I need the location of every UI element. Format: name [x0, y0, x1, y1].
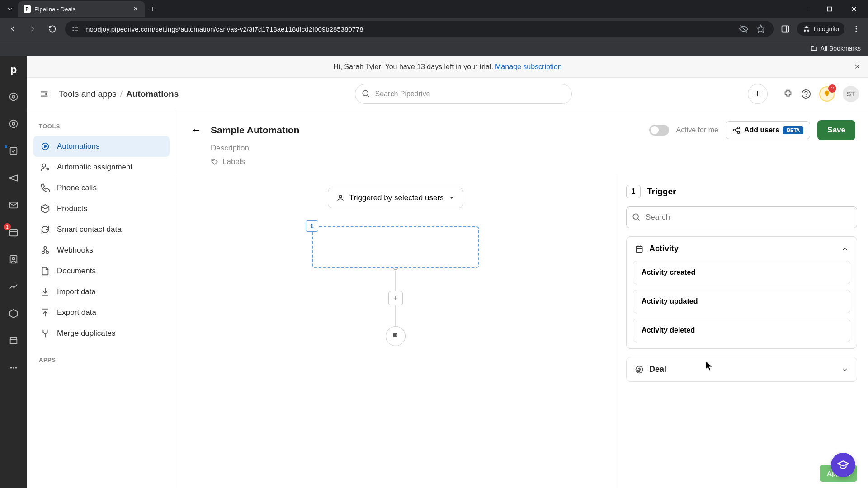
connector-line: [395, 305, 396, 326]
svg-rect-52: [636, 246, 642, 252]
beta-badge: BETA: [783, 126, 803, 134]
sidebar-item-products[interactable]: Products: [33, 198, 170, 219]
svg-point-4: [73, 27, 74, 28]
help-fab[interactable]: [831, 453, 855, 477]
automation-canvas: Triggered by selected users 1 +: [176, 174, 615, 488]
step-number-badge: 1: [306, 220, 318, 232]
assistant-badge: ?: [828, 84, 836, 93]
panel-step-number: 1: [626, 185, 641, 198]
search-input[interactable]: [355, 84, 572, 104]
help-icon[interactable]: [801, 89, 811, 99]
forward-button[interactable]: [25, 22, 40, 36]
add-step-button[interactable]: +: [388, 291, 403, 305]
svg-point-47: [213, 160, 214, 161]
all-bookmarks-link[interactable]: All Bookmarks: [821, 45, 861, 52]
sidebar-toggle-icon[interactable]: [36, 86, 52, 102]
group-header-activity[interactable]: Activity: [627, 237, 857, 261]
bookmarks-bar: | All Bookmarks: [0, 40, 868, 56]
trigger-activity-created[interactable]: Activity created: [633, 261, 850, 284]
minimize-button[interactable]: [795, 2, 816, 16]
sidebar-item-automatic-assignment[interactable]: Automatic assignment: [33, 157, 170, 178]
back-arrow-icon[interactable]: ←: [189, 123, 203, 137]
labels-field[interactable]: Labels: [211, 157, 855, 166]
sidebar-item-merge[interactable]: Merge duplicates: [33, 323, 170, 344]
eye-off-icon[interactable]: [737, 23, 750, 35]
rail-campaigns-icon[interactable]: [5, 170, 22, 186]
chevron-up-icon: [841, 245, 849, 253]
rail-leads-icon[interactable]: [5, 89, 22, 105]
settings-sidebar: TOOLS Automations Automatic assignment P…: [27, 110, 176, 488]
browser-tab[interactable]: P Pipeline - Deals ×: [18, 1, 145, 17]
triggered-by-dropdown[interactable]: Triggered by selected users: [328, 188, 463, 208]
sidebar-item-automations[interactable]: Automations: [33, 136, 170, 157]
extensions-icon[interactable]: [783, 89, 793, 99]
url-bar[interactable]: moodjoy.pipedrive.com/settings/automatio…: [65, 21, 774, 37]
trigger-activity-deleted[interactable]: Activity deleted: [633, 319, 850, 342]
avatar[interactable]: ST: [843, 86, 859, 102]
tab-close-icon[interactable]: ×: [132, 5, 139, 13]
connector-line: [395, 270, 396, 291]
group-header-deal[interactable]: Deal: [627, 357, 857, 381]
svg-point-43: [733, 129, 736, 131]
svg-line-46: [735, 131, 737, 132]
sidebar-item-phone-calls[interactable]: Phone calls: [33, 178, 170, 198]
tabs-dropdown[interactable]: [4, 3, 16, 15]
rail-deals-icon[interactable]: [5, 116, 22, 132]
rail-insights-icon[interactable]: [5, 278, 22, 295]
trial-text: Hi, Sarah Tyler! You have 13 days left i…: [333, 63, 493, 71]
browser-menu-icon[interactable]: [850, 23, 863, 35]
currency-icon: [635, 365, 644, 374]
sidebar-item-import[interactable]: Import data: [33, 282, 170, 302]
sidebar-item-documents[interactable]: Documents: [33, 261, 170, 282]
side-panel-icon[interactable]: [779, 23, 792, 35]
active-toggle[interactable]: [649, 125, 669, 136]
box-icon: [40, 204, 51, 214]
svg-point-25: [10, 367, 12, 369]
site-settings-icon[interactable]: [71, 25, 80, 33]
tag-icon: [211, 158, 219, 166]
quick-add-button[interactable]: +: [748, 84, 768, 104]
editor-header: ← Sample Automation Active for me Add us…: [176, 110, 868, 174]
svg-marker-9: [757, 25, 765, 33]
webhook-icon: [40, 245, 51, 255]
rail-contacts-icon[interactable]: [5, 251, 22, 267]
maximize-button[interactable]: [819, 2, 840, 16]
svg-rect-21: [10, 230, 18, 236]
automation-title[interactable]: Sample Automation: [211, 125, 299, 136]
svg-point-48: [339, 195, 342, 198]
automation-editor: ← Sample Automation Active for me Add us…: [176, 110, 868, 488]
sales-assistant-icon[interactable]: ?: [819, 86, 835, 102]
svg-point-12: [856, 26, 857, 27]
rail-more-icon[interactable]: [5, 360, 22, 376]
global-search: [355, 84, 572, 104]
rail-activities-icon[interactable]: 1: [5, 224, 22, 240]
svg-point-37: [42, 164, 46, 167]
svg-rect-1: [828, 7, 832, 11]
breadcrumb-parent[interactable]: Tools and apps: [59, 89, 117, 99]
sidebar-item-smart-contact[interactable]: Smart contact data: [33, 219, 170, 240]
trigger-search-input[interactable]: [626, 206, 857, 228]
bookmark-star-icon[interactable]: [755, 23, 767, 35]
rail-marketplace-icon[interactable]: [5, 333, 22, 349]
sidebar-item-label: Automatic assignment: [57, 163, 132, 172]
incognito-badge[interactable]: Incognito: [797, 22, 844, 36]
save-button[interactable]: Save: [817, 120, 855, 140]
sidebar-item-export[interactable]: Export data: [33, 302, 170, 323]
canvas-step-1[interactable]: 1: [312, 226, 479, 268]
svg-line-32: [367, 95, 369, 97]
rail-projects-icon[interactable]: [5, 143, 22, 159]
rail-mail-icon[interactable]: [5, 197, 22, 213]
trigger-activity-updated[interactable]: Activity updated: [633, 290, 850, 313]
pipedrive-logo-icon[interactable]: p: [5, 61, 22, 78]
new-tab-button[interactable]: +: [146, 3, 159, 15]
rail-products-icon[interactable]: [5, 305, 22, 322]
description-field[interactable]: Description: [211, 144, 855, 153]
back-button[interactable]: [5, 22, 20, 36]
manage-subscription-link[interactable]: Manage subscription: [495, 63, 562, 71]
banner-close-icon[interactable]: ×: [854, 61, 860, 72]
sidebar-item-webhooks[interactable]: Webhooks: [33, 240, 170, 261]
reload-button[interactable]: [45, 22, 60, 36]
add-users-button[interactable]: Add users BETA: [726, 121, 810, 139]
empty-trigger-node[interactable]: [312, 226, 479, 268]
close-window-button[interactable]: [844, 2, 864, 16]
